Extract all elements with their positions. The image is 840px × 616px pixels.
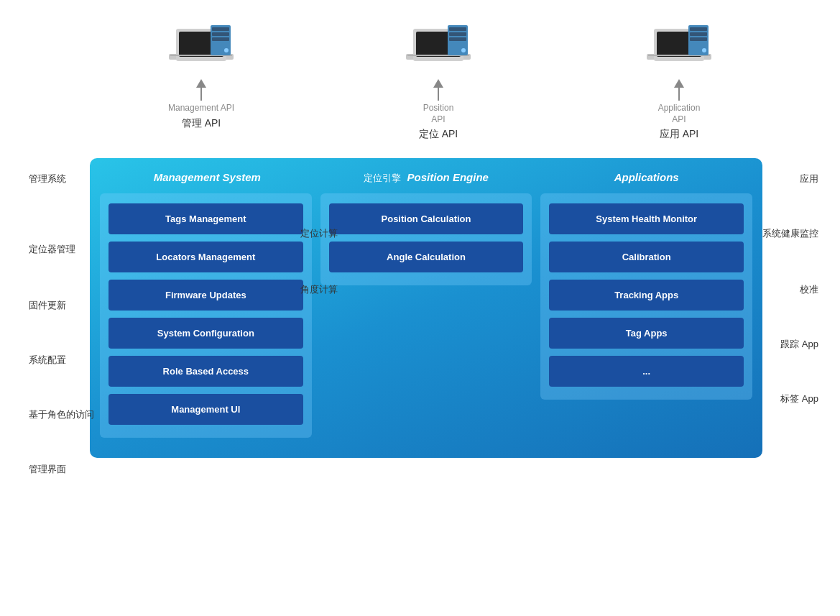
main-blue-container: Management System 定位引擎 Position Engine A…	[90, 158, 762, 458]
api-label-2-en: PositionAPI	[423, 103, 454, 125]
label-tracking-cn: 跟踪 App	[780, 338, 818, 351]
label-angle-calc-cn: 角度计算	[300, 283, 338, 296]
col2-title-en: Position Engine	[407, 171, 489, 183]
arrow-1	[196, 79, 206, 101]
btn-role-based-access: Role Based Access	[109, 356, 303, 387]
arrow-3	[674, 79, 684, 101]
col2-title-cn: 定位引擎	[364, 173, 401, 183]
api-label-2-cn: 定位 API	[419, 128, 458, 141]
computer-1: Management API 管理 API	[162, 22, 241, 130]
btn-system-health-monitor: System Health Monitor	[549, 203, 744, 234]
computer-icon-3	[640, 22, 719, 79]
diagram-area: 管理系统 定位器管理 固件更新 系统配置 基于角色的访问 管理界面 应用 系统健…	[22, 158, 818, 458]
btn-angle-calculation: Angle Calculation	[329, 242, 524, 272]
svg-point-8	[224, 48, 229, 52]
arrow-2	[433, 79, 443, 101]
label-role-based-cn: 基于角色的访问	[29, 408, 94, 421]
api-label-3-en: ApplicationAPI	[658, 103, 701, 125]
label-health-cn: 系统健康监控	[762, 227, 818, 240]
col1-panel: Tags Management Locators Management Firm…	[100, 193, 312, 438]
label-calibration-cn: 校准	[800, 283, 818, 296]
page: Management API 管理 API PositionAPI 定位 AP	[0, 0, 840, 616]
svg-point-17	[461, 48, 466, 52]
btn-locators-management: Locators Management	[109, 242, 303, 272]
api-label-3-cn: 应用 API	[660, 128, 698, 141]
btn-management-ui: Management UI	[109, 394, 303, 425]
btn-firmware-updates: Firmware Updates	[109, 280, 303, 311]
col2-panel: Position Calculation Angle Calculation	[320, 193, 532, 285]
btn-tag-apps: Tag Apps	[549, 318, 744, 349]
svg-rect-14	[449, 27, 466, 31]
svg-rect-6	[212, 32, 229, 36]
svg-rect-25	[690, 37, 707, 41]
svg-rect-24	[690, 32, 707, 36]
api-label-1-cn: 管理 API	[182, 117, 221, 130]
api-label-1-en: Management API	[168, 103, 234, 114]
computer-icon-1	[162, 22, 241, 79]
label-locators-management-cn: 定位器管理	[29, 243, 75, 256]
btn-tags-management: Tags Management	[109, 203, 303, 234]
label-management-system-cn: 管理系统	[29, 173, 66, 185]
col3-title-en: Applications	[614, 171, 679, 183]
computer-2: PositionAPI 定位 API	[399, 22, 478, 141]
label-system-configuration-cn: 系统配置	[29, 354, 66, 367]
svg-point-26	[702, 48, 706, 52]
svg-rect-16	[449, 37, 466, 41]
col3-panel: System Health Monitor Calibration Tracki…	[540, 193, 752, 400]
computer-3: ApplicationAPI 应用 API	[640, 22, 719, 141]
computer-icon-2	[399, 22, 478, 79]
btn-system-configuration: System Configuration	[109, 318, 303, 349]
label-applications-cn: 应用	[800, 173, 818, 185]
svg-rect-15	[449, 32, 466, 36]
col1-title-en: Management System	[154, 171, 261, 183]
label-position-calc-cn: 定位计算	[300, 227, 338, 240]
btn-ellipsis: ...	[549, 356, 744, 387]
svg-rect-7	[212, 37, 229, 41]
label-firmware-updates-cn: 固件更新	[29, 299, 66, 312]
label-tag-apps-cn: 标签 App	[780, 392, 818, 405]
btn-tracking-apps: Tracking Apps	[549, 280, 744, 311]
btn-calibration: Calibration	[549, 242, 744, 272]
svg-rect-5	[212, 27, 229, 31]
label-management-ui-cn: 管理界面	[29, 463, 66, 476]
btn-position-calculation: Position Calculation	[329, 203, 524, 234]
svg-rect-23	[690, 27, 707, 31]
